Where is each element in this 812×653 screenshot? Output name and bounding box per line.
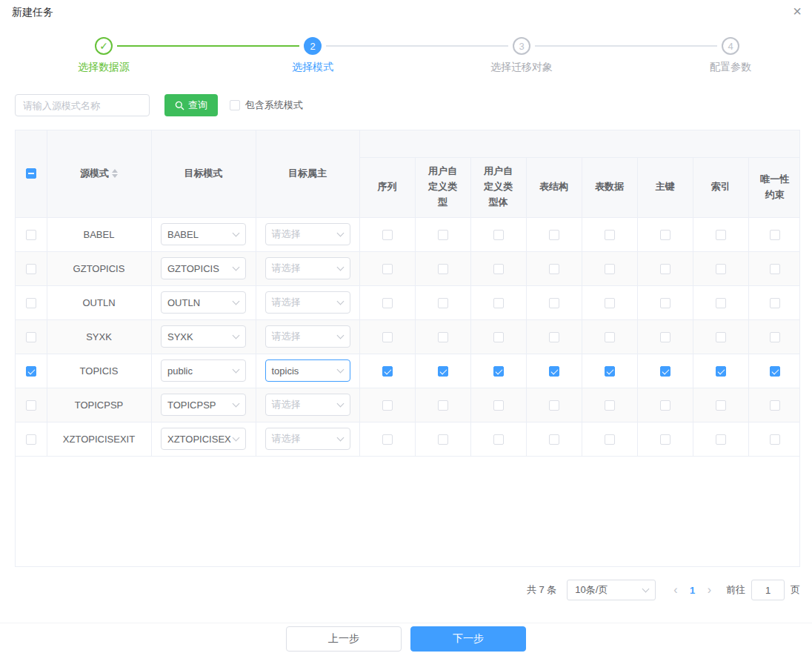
object-checkbox[interactable] bbox=[382, 264, 393, 274]
row-select-checkbox[interactable] bbox=[26, 298, 36, 308]
row-select-checkbox[interactable] bbox=[26, 332, 36, 342]
target-owner-select[interactable]: topicis bbox=[265, 359, 350, 382]
object-checkbox[interactable] bbox=[605, 298, 615, 308]
target-owner-select[interactable]: 请选择 bbox=[265, 223, 350, 245]
select-all-checkbox[interactable] bbox=[26, 168, 36, 179]
object-checkbox[interactable] bbox=[660, 332, 670, 342]
object-checkbox[interactable] bbox=[605, 230, 615, 240]
object-checkbox[interactable] bbox=[382, 366, 393, 377]
row-select-checkbox[interactable] bbox=[26, 366, 36, 377]
search-button-label: 查询 bbox=[188, 99, 207, 112]
target-mode-select[interactable]: SYXK bbox=[161, 325, 246, 348]
chevron-down-icon bbox=[233, 400, 240, 408]
object-checkbox[interactable] bbox=[660, 434, 670, 445]
object-checkbox[interactable] bbox=[382, 434, 393, 445]
object-checkbox[interactable] bbox=[770, 298, 780, 308]
object-checkbox[interactable] bbox=[660, 298, 670, 308]
object-checkbox[interactable] bbox=[605, 332, 615, 342]
object-checkbox[interactable] bbox=[438, 332, 448, 342]
object-checkbox[interactable] bbox=[549, 298, 559, 308]
target-owner-select[interactable]: 请选择 bbox=[265, 394, 350, 416]
object-checkbox[interactable] bbox=[605, 434, 615, 445]
close-icon[interactable]: × bbox=[788, 1, 806, 21]
next-page-icon[interactable]: › bbox=[702, 584, 717, 596]
object-checkbox[interactable] bbox=[716, 400, 726, 411]
chevron-down-icon bbox=[336, 298, 344, 305]
object-checkbox[interactable] bbox=[770, 366, 780, 377]
object-checkbox[interactable] bbox=[493, 332, 504, 342]
object-checkbox[interactable] bbox=[549, 434, 559, 445]
goto-page-input[interactable] bbox=[751, 580, 785, 600]
object-checkbox[interactable] bbox=[493, 264, 504, 274]
column-header-source-mode[interactable]: 源模式 bbox=[47, 130, 151, 217]
object-checkbox[interactable] bbox=[549, 332, 559, 342]
object-checkbox[interactable] bbox=[438, 434, 448, 445]
object-checkbox[interactable] bbox=[493, 230, 504, 240]
chevron-down-icon bbox=[233, 434, 240, 442]
object-checkbox[interactable] bbox=[382, 298, 393, 308]
object-checkbox[interactable] bbox=[605, 400, 615, 411]
object-checkbox[interactable] bbox=[605, 264, 615, 274]
object-checkbox[interactable] bbox=[660, 366, 670, 377]
object-checkbox[interactable] bbox=[770, 264, 780, 274]
object-checkbox[interactable] bbox=[716, 298, 726, 308]
chevron-down-icon bbox=[233, 298, 240, 305]
include-system-checkbox[interactable] bbox=[230, 100, 240, 110]
chevron-down-icon bbox=[336, 332, 344, 339]
object-checkbox[interactable] bbox=[605, 366, 615, 377]
object-checkbox[interactable] bbox=[549, 366, 559, 377]
target-mode-select[interactable]: BABEL bbox=[161, 223, 246, 245]
object-checkbox[interactable] bbox=[716, 264, 726, 274]
object-checkbox[interactable] bbox=[716, 434, 726, 445]
object-checkbox[interactable] bbox=[493, 298, 504, 308]
chevron-down-icon bbox=[233, 230, 240, 237]
object-checkbox[interactable] bbox=[770, 332, 780, 342]
sort-carets-icon[interactable] bbox=[112, 169, 118, 178]
row-select-checkbox[interactable] bbox=[26, 230, 36, 240]
object-checkbox[interactable] bbox=[770, 434, 780, 445]
next-step-button[interactable]: 下一步 bbox=[410, 626, 526, 652]
target-mode-select[interactable]: TOPICPSP bbox=[161, 394, 246, 416]
prev-step-button[interactable]: 上一步 bbox=[286, 626, 402, 652]
target-owner-select[interactable]: 请选择 bbox=[265, 428, 350, 450]
search-button[interactable]: 查询 bbox=[164, 94, 218, 116]
row-select-checkbox[interactable] bbox=[26, 264, 36, 274]
object-checkbox[interactable] bbox=[716, 332, 726, 342]
object-checkbox[interactable] bbox=[493, 366, 504, 377]
object-checkbox[interactable] bbox=[438, 366, 448, 377]
object-checkbox[interactable] bbox=[382, 332, 393, 342]
object-checkbox[interactable] bbox=[438, 264, 448, 274]
object-checkbox[interactable] bbox=[549, 230, 559, 240]
object-checkbox[interactable] bbox=[438, 230, 448, 240]
search-input[interactable] bbox=[15, 94, 150, 116]
object-checkbox[interactable] bbox=[770, 230, 780, 240]
target-mode-select[interactable]: XZTOPICISEX bbox=[161, 428, 246, 450]
object-checkbox[interactable] bbox=[382, 400, 393, 411]
object-checkbox[interactable] bbox=[382, 230, 393, 240]
target-owner-select[interactable]: 请选择 bbox=[265, 325, 350, 348]
object-checkbox[interactable] bbox=[549, 264, 559, 274]
target-mode-select[interactable]: OUTLN bbox=[161, 291, 246, 314]
target-owner-select[interactable]: 请选择 bbox=[265, 257, 350, 279]
object-checkbox[interactable] bbox=[716, 366, 726, 377]
object-checkbox[interactable] bbox=[438, 400, 448, 411]
object-checkbox[interactable] bbox=[660, 264, 670, 274]
include-system-mode-option: 包含系统模式 bbox=[230, 99, 303, 112]
target-mode-select[interactable]: public bbox=[161, 359, 246, 382]
target-owner-select[interactable]: 请选择 bbox=[265, 291, 350, 314]
prev-page-icon[interactable]: ‹ bbox=[668, 584, 683, 596]
object-checkbox[interactable] bbox=[493, 400, 504, 411]
object-checkbox[interactable] bbox=[549, 400, 559, 411]
object-checkbox[interactable] bbox=[716, 230, 726, 240]
target-mode-select[interactable]: GZTOPICIS bbox=[161, 257, 246, 279]
object-checkbox[interactable] bbox=[660, 400, 670, 411]
row-select-checkbox[interactable] bbox=[26, 434, 36, 445]
object-checkbox[interactable] bbox=[493, 434, 504, 445]
row-select-checkbox[interactable] bbox=[26, 400, 36, 411]
object-checkbox[interactable] bbox=[438, 298, 448, 308]
column-header-target-mode: 目标模式 bbox=[151, 130, 256, 217]
object-checkbox[interactable] bbox=[660, 230, 670, 240]
current-page-number[interactable]: 1 bbox=[684, 585, 702, 596]
page-size-select[interactable]: 10条/页 bbox=[567, 580, 656, 600]
object-checkbox[interactable] bbox=[770, 400, 780, 411]
